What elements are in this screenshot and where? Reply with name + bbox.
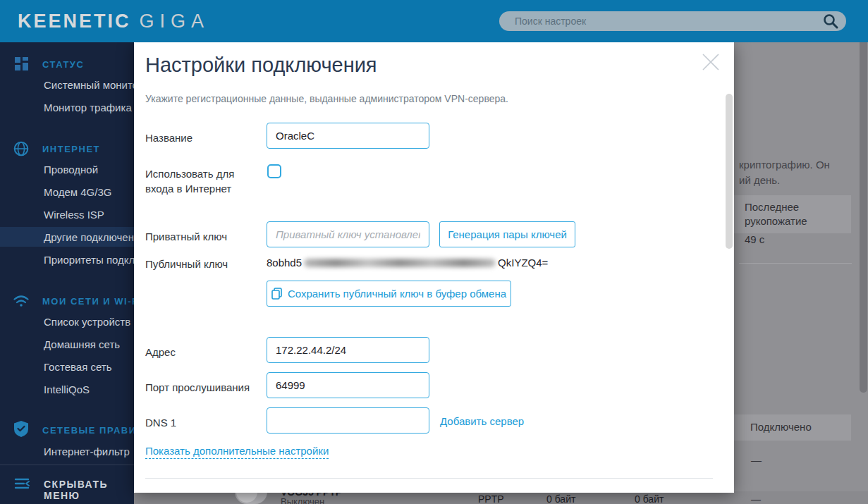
sidebar-item-internet-filter[interactable]: Интернет-фильтр: [44, 445, 130, 457]
copy-public-key-button[interactable]: Сохранить публичный ключ в буфер обмена: [267, 281, 511, 307]
address-label: Адрес: [145, 345, 262, 359]
sidebar-item-guest-network[interactable]: Гостевая сеть: [44, 361, 111, 373]
sidebar-item-other-connections[interactable]: Другие подключения: [44, 231, 134, 243]
dashboard-icon: [15, 57, 28, 70]
brand-model: GIGA: [140, 11, 210, 32]
sidebar-item-device-list[interactable]: Список устройств: [44, 316, 130, 328]
address-field[interactable]: [267, 337, 429, 363]
collapse-menu-button[interactable]: СКРЫВАТЬ МЕНЮ: [44, 479, 134, 501]
modal-title: Настройки подключения: [145, 54, 377, 77]
private-key-field[interactable]: [267, 221, 429, 247]
dimmed-connection-row: PPTP 0 байт 0 байт —: [106, 491, 868, 504]
sidebar-item-system-monitor[interactable]: Системный монитор: [44, 79, 134, 91]
search-input[interactable]: [515, 14, 797, 28]
show-advanced-link[interactable]: Показать дополнительные настройки: [145, 445, 329, 459]
app-header: KEENETICGIGA: [0, 0, 868, 42]
wifi-icon: [13, 295, 29, 307]
dns1-label: DNS 1: [145, 415, 262, 430]
background-text-fragment: ий день.: [739, 174, 780, 186]
public-key-value: 8obhd5QkIYZQ4=: [267, 257, 548, 269]
generate-keypair-button[interactable]: Генерация пары ключей: [439, 221, 575, 247]
dns1-field[interactable]: [267, 407, 429, 434]
table-divider: [739, 263, 852, 264]
sidebar-item-connection-priorities[interactable]: Приоритеты подключений: [44, 254, 134, 266]
handshake-value: 49 с: [745, 233, 764, 245]
table-header-connected: Подключено: [734, 414, 851, 441]
page-scrollbar[interactable]: [860, 42, 867, 393]
close-icon[interactable]: [700, 51, 721, 73]
public-key-redacted: [304, 259, 496, 267]
name-field[interactable]: [267, 123, 429, 149]
sidebar-item-intelliqos[interactable]: IntelliQoS: [44, 383, 90, 395]
modal-footer-divider: [145, 478, 713, 479]
modal-scrollbar[interactable]: [726, 94, 733, 249]
sidebar-item-wired[interactable]: Проводной: [44, 164, 98, 176]
row-rx-bytes: 0 байт: [546, 493, 575, 504]
brand-logo: KEENETICGIGA: [18, 11, 209, 32]
row-tx-bytes: 0 байт: [635, 493, 664, 504]
copy-button-label: Сохранить публичный ключ в буфер обмена: [288, 288, 506, 300]
sidebar-section-internet[interactable]: ИНТЕРНЕТ: [42, 144, 100, 154]
search-icon[interactable]: [822, 13, 839, 30]
sidebar-item-home-network[interactable]: Домашняя сеть: [44, 338, 120, 350]
connection-status: Выключен: [281, 496, 324, 504]
sidebar-nav: СТАТУС Системный монитор Монитор трафика…: [0, 42, 134, 504]
row-handshake-dash: —: [751, 493, 761, 504]
sidebar-item-modem-4g[interactable]: Модем 4G/3G: [44, 186, 111, 198]
listen-port-label: Порт прослушивания: [145, 380, 262, 395]
background-text-fragment: криптографию. Он: [739, 159, 830, 171]
sidebar-section-network-rules[interactable]: СЕТЕВЫЕ ПРАВИЛА: [42, 425, 134, 436]
connection-settings-modal: Настройки подключения Укажите регистраци…: [134, 42, 734, 493]
sidebar-item-wireless-isp[interactable]: Wireless ISP: [44, 209, 104, 221]
use-for-internet-checkbox[interactable]: [267, 164, 281, 178]
settings-search[interactable]: [499, 11, 846, 31]
sidebar-section-my-networks[interactable]: МОИ СЕТИ И WI-FI: [42, 296, 134, 307]
copy-icon: [271, 288, 282, 300]
sidebar-item-traffic-monitor[interactable]: Монитор трафика хостов: [44, 102, 134, 113]
public-key-start: 8obhd5: [267, 257, 302, 269]
sidebar-section-status[interactable]: СТАТУС: [42, 59, 84, 70]
name-label: Название: [145, 130, 262, 145]
table-header-handshake: Последнее рукопожатие: [734, 195, 851, 233]
collapse-menu-icon[interactable]: [14, 477, 30, 490]
public-key-end: QkIYZQ4=: [498, 257, 548, 269]
public-key-label: Публичный ключ: [145, 257, 262, 271]
private-key-label: Приватный ключ: [145, 229, 262, 244]
use-for-internet-label: Использовать для входа в Интернет: [145, 166, 262, 196]
globe-icon: [13, 141, 29, 156]
table-dash: —: [751, 454, 762, 466]
listen-port-field[interactable]: [267, 372, 429, 398]
dimmed-page-content: криптографию. Он ий день. Последнее руко…: [734, 42, 868, 504]
add-server-link[interactable]: Добавить сервер: [440, 415, 524, 427]
modal-subtitle: Укажите регистрационные данные, выданные…: [145, 93, 508, 104]
sidebar-divider: [0, 465, 134, 465]
row-protocol: PPTP: [478, 493, 504, 504]
shield-icon: [14, 421, 28, 437]
